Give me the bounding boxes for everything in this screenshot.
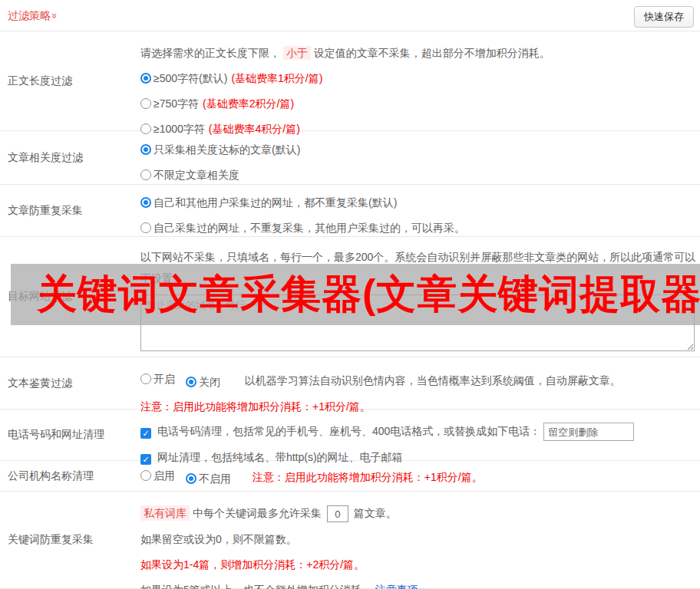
company-clean-note: 注意：启用此功能将增加积分消耗：+1积分/篇。 [253,471,483,483]
radio-selected-icon[interactable] [140,197,151,208]
porn-filter-options-line: 开启关闭 以机器学习算法自动识别色情内容，当色情概率达到系统阈值，自动屏蔽文章。 [140,370,694,390]
radio-option-label: 关闭 [199,373,220,390]
article-count-input[interactable] [327,505,348,522]
row-porn-filter: 文本鉴黄过滤 开启关闭 以机器学习算法自动识别色情内容，当色情概率达到系统阈值，… [0,357,700,410]
article-dedup-label: 文章防重复采集 [0,185,140,236]
radio-option-label: 不启用 [199,470,231,487]
phone-url-label: 电话号码和网址清理 [0,410,140,460]
radio-option-label: 不限定文章相关度 [154,166,239,183]
radio-option[interactable]: 开启 [140,370,175,387]
intro-after: 设定值的文章不采集，超出部分不增加积分消耗。 [314,47,550,59]
private-lexicon-badge: 私有词库 [140,505,190,521]
radio-option-label: 只采集相关度达标的文章(默认) [154,141,300,158]
dedup-radio-group: 自己和其他用户采集过的网址，都不重复采集(默认)自己采集过的网址，不重复采集，其… [140,194,694,236]
phone-clean-line: ✓ 电话号码清理，包括常见的手机号、座机号、400电话格式，或替换成如下电话： [140,422,694,441]
company-clean-label: 公司机构名称清理 [0,461,140,491]
chevron-down-icon: » [39,13,71,18]
radio-unselected-icon[interactable] [140,169,151,180]
radio-unselected-icon[interactable] [140,373,151,384]
phone-clean-checkbox[interactable]: ✓ [140,428,151,439]
radio-selected-icon[interactable] [140,73,151,84]
porn-filter-content: 开启关闭 以机器学习算法自动识别色情内容，当色情概率达到系统阈值，自动屏蔽文章。… [140,357,700,409]
radio-selected-icon[interactable] [186,377,196,387]
radio-option[interactable]: 自己采集过的网址，不重复采集，其他用户采集过的，可以再采。 [140,219,694,236]
article-dedup-content: 自己和其他用户采集过的网址，都不重复采集(默认)自己采集过的网址，不重复采集，其… [140,185,700,236]
keyword-note-text: 如果设为5篇或以上，也不会额外增加积分消耗。 [140,584,372,589]
row-phone-url-clean: 电话号码和网址清理 ✓ 电话号码清理，包括常见的手机号、座机号、400电话格式，… [0,410,700,461]
keyword-note-line2: 如果留空或设为0，则不限篇数。 [140,531,694,548]
radio-option-label: 开启 [154,370,175,387]
intro-highlight: 小于 [283,46,311,60]
radio-option[interactable]: ≥750字符(基础费率2积分/篇) [140,95,694,112]
blocked-domains-textarea[interactable] [140,294,695,351]
radio-option-label: 自己和其他用户采集过的网址，都不重复采集(默认) [154,194,397,211]
phone-clean-label: 电话号码清理，包括常见的手机号、座机号、400电话格式，或替换成如下电话： [157,425,540,437]
relevance-filter-label: 文章相关度过滤 [0,131,140,184]
keyword-note-line3: 如果设为1-4篇，则增加积分消耗：+2积分/篇。 [140,556,694,573]
radio-option-cost-note: (基础费率2积分/篇) [203,95,294,112]
company-radio-group: 启用不启用 [140,471,242,483]
company-clean-content: 启用不启用 注意：启用此功能将增加积分消耗：+1积分/篇。 [140,461,700,491]
radio-option-cost-note: (基础费率1积分/篇) [231,70,322,87]
radio-unselected-icon[interactable] [140,222,151,233]
row-keyword-dedup: 关键词防重复采集 私有词库 中每个关键词最多允许采集 篇文章。 如果留空或设为0… [0,492,700,589]
radio-option[interactable]: 关闭 [186,373,220,390]
porn-radio-group: 开启关闭 [140,374,231,387]
top-bar: 过滤策略» 快速保存 [0,0,700,31]
keyword-limit-text: 中每个关键词最多允许采集 [193,507,322,519]
radio-option-label: ≥500字符(默认) [154,70,227,87]
phone-url-content: ✓ 电话号码清理，包括常见的手机号、座机号、400电话格式，或替换成如下电话： … [140,410,700,460]
radio-option[interactable]: 启用 [140,467,175,484]
relevance-filter-content: 只采集相关度达标的文章(默认)不限定文章相关度 [140,131,700,184]
radio-selected-icon[interactable] [186,473,196,484]
notes-link[interactable]: 注意事项» [375,584,425,589]
keyword-limit-tail: 篇文章。 [354,507,397,519]
replacement-phone-input[interactable] [543,423,634,441]
target-site-content: 以下网站不采集，只填域名，每行一个，最多200个。系统会自动识别并屏蔽那些非文章… [140,237,700,357]
row-relevance-filter: 文章相关度过滤 只采集相关度达标的文章(默认)不限定文章相关度 [0,131,700,185]
porn-filter-desc: 以机器学习算法自动识别色情内容，当色情概率达到系统阈值，自动屏蔽文章。 [245,374,621,387]
radio-option-label: 启用 [154,467,175,484]
length-filter-label: 正文长度过滤 [0,31,140,130]
radio-unselected-icon[interactable] [140,98,151,109]
radio-unselected-icon[interactable] [140,470,151,481]
keyword-dedup-content: 私有词库 中每个关键词最多允许采集 篇文章。 如果留空或设为0，则不限篇数。 如… [140,492,700,588]
notes-link-text: 注意事项 [375,584,418,589]
row-company-clean: 公司机构名称清理 启用不启用 注意：启用此功能将增加积分消耗：+1积分/篇。 [0,461,700,492]
keyword-dedup-label: 关键词防重复采集 [0,492,140,588]
row-article-dedup: 文章防重复采集 自己和其他用户采集过的网址，都不重复采集(默认)自己采集过的网址… [0,185,700,237]
radio-option-label: ≥750字符 [154,95,199,112]
row-length-filter: 正文长度过滤 请选择需求的正文长度下限， 小于 设定值的文章不采集，超出部分不增… [0,31,700,131]
radio-option[interactable]: ≥500字符(默认)(基础费率1积分/篇) [140,70,694,87]
row-target-site-filter: 目标网站过滤 以下网站不采集，只填域名，每行一个，最多200个。系统会自动识别并… [0,237,700,357]
page-title[interactable]: 过滤策略» [8,0,58,31]
relevance-radio-group: 只采集相关度达标的文章(默认)不限定文章相关度 [140,141,694,183]
length-radio-group: ≥500字符(默认)(基础费率1积分/篇)≥750字符(基础费率2积分/篇)≥1… [140,70,694,137]
length-filter-content: 请选择需求的正文长度下限， 小于 设定值的文章不采集，超出部分不增加积分消耗。 … [140,31,700,130]
radio-option[interactable]: 不启用 [186,470,231,487]
intro-before: 请选择需求的正文长度下限， [140,47,280,59]
quick-save-button[interactable]: 快速保存 [634,6,694,28]
radio-option-label: 自己采集过的网址，不重复采集，其他用户采集过的，可以再采。 [154,219,465,236]
target-site-label: 目标网站过滤 [0,237,140,357]
radio-option[interactable]: 只采集相关度达标的文章(默认) [140,141,694,158]
radio-selected-icon[interactable] [140,144,151,155]
keyword-note-line4: 如果设为5篇或以上，也不会额外增加积分消耗。 注意事项» [140,581,694,589]
keyword-limit-line: 私有词库 中每个关键词最多允许采集 篇文章。 [140,505,694,522]
porn-filter-label: 文本鉴黄过滤 [0,357,140,409]
target-site-desc: 以下网站不采集，只填域名，每行一个，最多200个。系统会自动识别并屏蔽那些非文章… [140,246,696,289]
length-filter-intro: 请选择需求的正文长度下限， 小于 设定值的文章不采集，超出部分不增加积分消耗。 [140,44,694,61]
radio-option[interactable]: 不限定文章相关度 [140,166,694,183]
radio-option[interactable]: 自己和其他用户采集过的网址，都不重复采集(默认) [140,194,694,211]
